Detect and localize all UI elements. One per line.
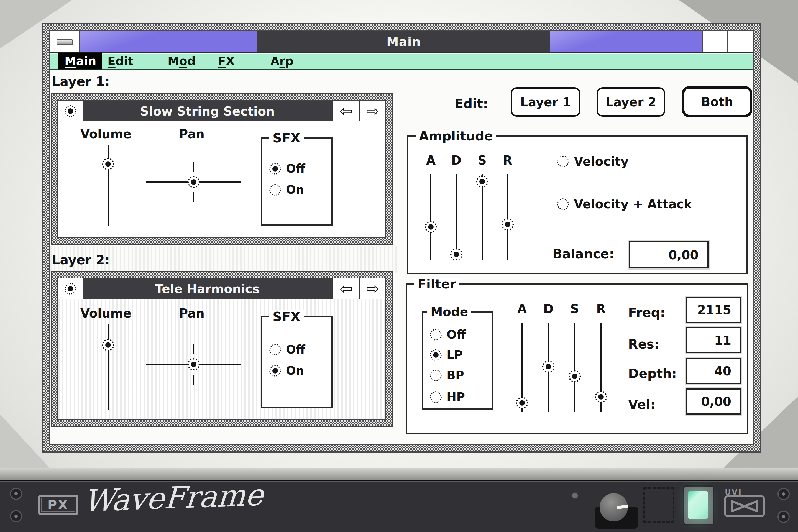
slider-knob[interactable] bbox=[595, 391, 607, 403]
layer1-next-patch-button[interactable]: ⇨ bbox=[359, 101, 385, 121]
filter-mode-group: Mode Off LP BP HP bbox=[422, 311, 493, 410]
titlebar: Main bbox=[50, 31, 753, 53]
titlebar-button-maximize[interactable] bbox=[727, 31, 753, 52]
radio-label: Velocity + Attack bbox=[574, 197, 692, 211]
amp-decay-slider[interactable] bbox=[456, 174, 457, 260]
amp-attack-slider[interactable] bbox=[430, 174, 432, 260]
hardware-volume-knob[interactable] bbox=[600, 493, 628, 521]
pan-center-tick bbox=[193, 162, 194, 172]
window-title-text: Main bbox=[386, 35, 421, 49]
slider-knob[interactable] bbox=[476, 175, 488, 188]
mode-hp-radio[interactable]: HP bbox=[430, 390, 465, 404]
menu-item-mod[interactable]: Mod bbox=[168, 54, 196, 68]
velocity-attack-radio[interactable]: Velocity + Attack bbox=[557, 197, 692, 211]
radio-label: Velocity bbox=[574, 154, 629, 169]
adsr-label-d: D bbox=[543, 302, 554, 316]
layer2-prev-patch-button[interactable]: ⇦ bbox=[332, 279, 359, 299]
filter-attack-slider[interactable] bbox=[521, 323, 522, 412]
slider-knob[interactable] bbox=[450, 248, 462, 261]
radio-icon bbox=[430, 391, 442, 403]
waveframe-logo: WaveFrame bbox=[82, 478, 264, 518]
menu-item-main[interactable]: Main bbox=[58, 53, 102, 70]
amp-release-slider[interactable] bbox=[507, 174, 508, 260]
layer2-sfx-on-radio[interactable]: On bbox=[269, 364, 304, 377]
mode-bp-radio[interactable]: BP bbox=[430, 368, 464, 382]
layer2-next-patch-button[interactable]: ⇨ bbox=[359, 279, 385, 299]
adsr-label-s: S bbox=[478, 153, 487, 167]
depth-label: Depth: bbox=[628, 366, 677, 381]
app-window: Main Main Edit Mod FX Arp Layer 1: bbox=[41, 23, 761, 453]
edit-layer2-button[interactable]: Layer 2 bbox=[596, 87, 665, 117]
volume-slider-knob[interactable] bbox=[102, 339, 114, 351]
menu-item-fx[interactable]: FX bbox=[218, 54, 235, 68]
adsr-label-d: D bbox=[451, 153, 462, 167]
menu-item-edit[interactable]: Edit bbox=[108, 54, 133, 68]
vel-label: Vel: bbox=[628, 397, 655, 412]
radio-icon bbox=[269, 344, 281, 356]
layer1-heading: Layer 1: bbox=[52, 74, 110, 89]
screw-icon bbox=[778, 488, 790, 500]
main-content: Layer 1: Slow String Section ⇦ ⇨ Volume … bbox=[50, 70, 753, 444]
layer2-sfx-off-radio[interactable]: Off bbox=[269, 343, 305, 356]
depth-value-field[interactable]: 40 bbox=[686, 358, 741, 384]
velocity-radio[interactable]: Velocity bbox=[557, 154, 629, 169]
radio-icon bbox=[557, 156, 569, 167]
system-menu-button[interactable] bbox=[50, 31, 79, 52]
layer1-volume-slider[interactable] bbox=[108, 145, 109, 226]
radio-label: Off bbox=[286, 343, 305, 356]
sfx-legend: SFX bbox=[269, 132, 304, 144]
layer1-prev-patch-button[interactable]: ⇦ bbox=[332, 101, 359, 121]
layer2-pan-slider[interactable] bbox=[146, 364, 241, 365]
freq-value-field[interactable]: 2115 bbox=[686, 297, 741, 323]
monitor-bezel: Main Main Edit Mod FX Arp Layer 1: bbox=[0, 0, 798, 532]
layer1-pan-slider[interactable] bbox=[146, 182, 241, 183]
radio-label: HP bbox=[446, 390, 465, 404]
radio-label: BP bbox=[446, 368, 464, 382]
layer2-patch-name: Tele Harmonics bbox=[82, 279, 332, 299]
res-value-field[interactable]: 11 bbox=[686, 327, 741, 353]
balance-value-field[interactable]: 0,00 bbox=[629, 241, 708, 268]
filter-sustain-slider[interactable] bbox=[574, 323, 575, 412]
radio-icon bbox=[557, 198, 569, 210]
filter-decay-slider[interactable] bbox=[548, 323, 549, 412]
edit-layer1-button[interactable]: Layer 1 bbox=[511, 87, 581, 117]
radio-icon bbox=[430, 329, 442, 341]
sfx-legend: SFX bbox=[269, 310, 304, 323]
layer1-sfx-off-radio[interactable]: Off bbox=[269, 162, 305, 175]
mode-legend: Mode bbox=[427, 306, 471, 318]
radio-icon bbox=[269, 163, 281, 174]
menu-item-arp[interactable]: Arp bbox=[270, 54, 293, 68]
filter-release-slider[interactable] bbox=[601, 323, 602, 412]
edit-both-button[interactable]: Both bbox=[682, 86, 752, 117]
pan-label: Pan bbox=[179, 127, 205, 141]
slider-knob[interactable] bbox=[542, 360, 554, 373]
px-logo: PX bbox=[38, 495, 78, 515]
volume-slider-knob[interactable] bbox=[102, 158, 114, 170]
radio-icon bbox=[430, 369, 442, 381]
layer2-active-toggle[interactable] bbox=[58, 279, 82, 299]
titlebar-button-minimize[interactable] bbox=[702, 31, 727, 52]
freq-label: Freq: bbox=[628, 305, 665, 320]
slider-knob[interactable] bbox=[425, 221, 437, 233]
amp-sustain-slider[interactable] bbox=[481, 174, 483, 260]
mode-off-radio[interactable]: Off bbox=[430, 328, 466, 341]
layer1-panel: Slow String Section ⇦ ⇨ Volume Pan bbox=[51, 93, 393, 245]
radio-label: LP bbox=[446, 348, 463, 362]
pan-slider-knob[interactable] bbox=[188, 176, 200, 188]
vel-value-field[interactable]: 0,00 bbox=[686, 388, 741, 415]
power-button[interactable] bbox=[683, 486, 714, 525]
adsr-label-s: S bbox=[570, 302, 579, 316]
adsr-label-a: A bbox=[426, 153, 436, 167]
layer1-sfx-on-radio[interactable]: On bbox=[269, 183, 304, 196]
slider-knob[interactable] bbox=[501, 218, 514, 230]
layer1-sfx-group: SFX Off On bbox=[261, 137, 332, 226]
slider-knob[interactable] bbox=[516, 397, 528, 409]
slider-knob[interactable] bbox=[569, 370, 581, 382]
radio-label: On bbox=[286, 364, 304, 377]
pan-slider-knob[interactable] bbox=[188, 358, 200, 370]
mode-lp-radio[interactable]: LP bbox=[430, 348, 463, 362]
right-arrow-icon: ⇨ bbox=[366, 103, 379, 119]
pan-center-tick bbox=[193, 344, 194, 355]
layer1-active-toggle[interactable] bbox=[58, 101, 82, 121]
layer2-volume-slider[interactable] bbox=[108, 324, 109, 410]
